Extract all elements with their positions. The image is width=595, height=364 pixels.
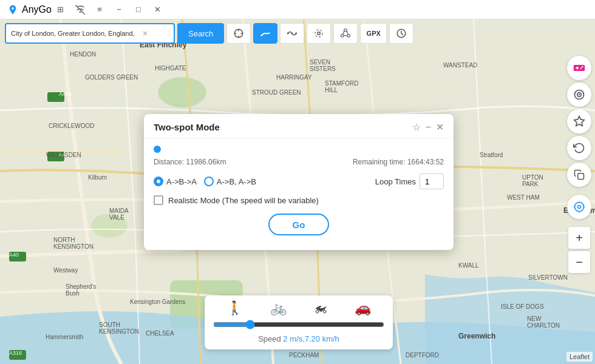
- app-name: AnyGo: [22, 4, 52, 15]
- mode-a-b-label: A->B, A->B: [217, 177, 256, 186]
- crosshair-tool-btn[interactable]: [226, 23, 251, 44]
- close-dialog-btn[interactable]: ✕: [436, 121, 444, 133]
- refresh-icon-btn[interactable]: [567, 136, 591, 160]
- clear-search-btn[interactable]: ×: [140, 28, 151, 39]
- go-button[interactable]: Go: [268, 214, 329, 235]
- distance-row: Distance: 11986.06km Remaining time: 166…: [154, 158, 444, 166]
- dialog-title: Two-spot Mode: [154, 122, 412, 132]
- speed-panel: 🚶 🚲 🏍 🚗 Speed 2 m/s,7.20 km/h: [205, 295, 393, 349]
- svg-point-17: [291, 33, 293, 35]
- loop-times-label: Loop Times: [375, 177, 416, 186]
- waypoint-dot: [154, 146, 161, 153]
- close-btn[interactable]: ✕: [149, 3, 167, 16]
- motorcycle-icon[interactable]: 🏍: [314, 300, 327, 316]
- svg-line-24: [343, 31, 344, 35]
- svg-point-21: [344, 29, 347, 32]
- car-icon[interactable]: 🚗: [355, 300, 371, 316]
- radar-icon-btn[interactable]: [567, 83, 591, 107]
- svg-point-4: [91, 214, 127, 238]
- panel-divider-2: [570, 223, 589, 223]
- realistic-mode-label: Realistic Mode (The speed will be variab…: [168, 196, 319, 205]
- app-icon: [7, 4, 18, 15]
- mode-a-b[interactable]: A->B, A->B: [204, 177, 256, 186]
- speed-prefix: Speed: [258, 334, 283, 343]
- two-spot-dialog: Two-spot Mode ☆ − ✕ Distance: 11986.06km…: [144, 114, 454, 250]
- speed-slider-row: [213, 320, 384, 332]
- window-controls: ⊞ ≡ − □ ✕: [52, 3, 167, 16]
- search-input[interactable]: [6, 30, 140, 37]
- favorite-btn[interactable]: ☆: [412, 121, 421, 133]
- mode-a-b-a-label: A->B->A: [166, 177, 197, 186]
- zoom-out-btn[interactable]: −: [568, 251, 590, 273]
- distance-label: Distance: 11986.06km: [154, 158, 226, 166]
- loop-times-container: Loop Times: [375, 174, 444, 189]
- maximize-btn[interactable]: □: [129, 3, 148, 16]
- zoom-in-btn[interactable]: +: [568, 227, 590, 249]
- radio-a-b-a[interactable]: [154, 177, 163, 186]
- multispot-tool-btn[interactable]: [280, 23, 304, 44]
- svg-rect-8: [47, 152, 64, 161]
- menu-btn[interactable]: ≡: [90, 3, 109, 16]
- panel-divider: [570, 190, 589, 191]
- waypoint-row: [154, 146, 444, 153]
- mode-row: A->B->A A->B, A->B Loop Times: [154, 174, 444, 189]
- svg-marker-31: [574, 116, 585, 126]
- svg-point-22: [341, 35, 344, 38]
- go-btn-row: Go: [154, 214, 444, 235]
- realistic-mode-checkbox[interactable]: [154, 195, 163, 205]
- svg-point-34: [575, 203, 584, 212]
- search-box: ×: [5, 23, 175, 44]
- dialog-body: Distance: 11986.06km Remaining time: 166…: [144, 138, 454, 250]
- toolbar: × Search GPX: [0, 19, 595, 47]
- svg-point-23: [347, 35, 350, 38]
- svg-point-33: [578, 206, 581, 209]
- titlebar: AnyGo ⊞ ≡ − □ ✕: [0, 0, 595, 19]
- settings-tool-btn[interactable]: [307, 23, 331, 44]
- history-tool-btn[interactable]: [389, 23, 413, 44]
- location-icon-btn[interactable]: [567, 195, 591, 219]
- bicycle-icon[interactable]: 🚲: [270, 300, 287, 316]
- speed-slider[interactable]: [213, 320, 384, 329]
- dialog-header-actions: ☆ − ✕: [412, 121, 444, 133]
- svg-rect-7: [47, 92, 64, 102]
- minimize-dialog-btn[interactable]: −: [426, 122, 431, 133]
- svg-point-20: [315, 30, 322, 37]
- realistic-row: Realistic Mode (The speed will be variab…: [154, 195, 444, 205]
- svg-point-30: [579, 94, 580, 96]
- search-button[interactable]: Search: [177, 23, 224, 44]
- speed-value: 2 m/s,7.20 km/h: [283, 334, 339, 343]
- wifi-btn[interactable]: [71, 3, 89, 16]
- svg-point-19: [318, 32, 321, 35]
- dialog-header: Two-spot Mode ☆ − ✕: [144, 114, 454, 138]
- game-icon-btn[interactable]: [567, 56, 591, 80]
- remaining-time-label: Remaining time: 1664:43:52: [353, 158, 444, 166]
- svg-rect-10: [9, 350, 26, 360]
- svg-point-16: [287, 33, 289, 35]
- svg-rect-9: [9, 252, 26, 261]
- svg-rect-32: [578, 174, 584, 180]
- settings-btn[interactable]: ⊞: [52, 3, 70, 16]
- svg-point-1: [158, 77, 206, 107]
- loop-times-input[interactable]: [420, 174, 444, 189]
- gpx-tool-btn[interactable]: GPX: [360, 23, 387, 44]
- svg-point-18: [295, 33, 297, 35]
- route-tool-btn[interactable]: [253, 23, 277, 44]
- mode-a-b-a[interactable]: A->B->A: [154, 177, 197, 186]
- right-panel: + −: [563, 53, 595, 275]
- walk-icon[interactable]: 🚶: [226, 300, 243, 316]
- star-icon-btn[interactable]: [567, 109, 591, 133]
- radio-a-b[interactable]: [204, 177, 214, 186]
- leaflet-attribution: Leaflet: [566, 352, 593, 362]
- minimize-btn[interactable]: −: [110, 3, 128, 16]
- nodes-tool-btn[interactable]: [333, 23, 358, 44]
- transport-row: 🚶 🚲 🏍 🚗: [213, 300, 384, 316]
- speed-label: Speed 2 m/s,7.20 km/h: [213, 334, 384, 343]
- copy-icon-btn[interactable]: [567, 163, 591, 187]
- svg-line-25: [347, 31, 348, 35]
